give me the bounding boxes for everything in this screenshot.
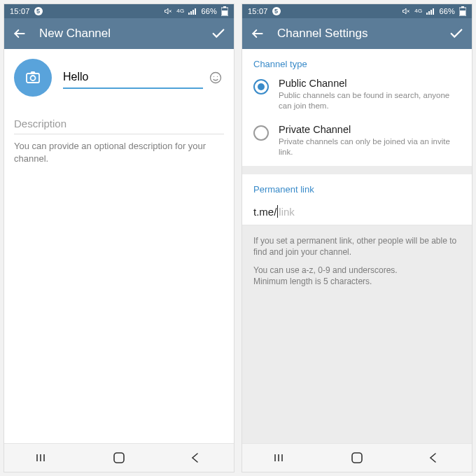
text-cursor bbox=[277, 205, 278, 218]
link-help-text: If you set a permanent link, other peopl… bbox=[242, 225, 472, 443]
android-navbar bbox=[4, 443, 234, 472]
svg-rect-22 bbox=[460, 10, 465, 15]
page-title: Channel Settings bbox=[277, 27, 437, 41]
option-public-channel[interactable]: Public Channel Public channels can be fo… bbox=[242, 74, 472, 120]
phone-channel-settings: 15:07 5 4G 66% Channel Setti bbox=[242, 4, 472, 472]
back-button[interactable] bbox=[249, 25, 266, 42]
svg-rect-1 bbox=[190, 11, 192, 15]
svg-rect-16 bbox=[426, 13, 428, 15]
svg-rect-3 bbox=[195, 8, 196, 15]
page-title: New Channel bbox=[39, 27, 199, 41]
link-prefix: t.me/ bbox=[253, 206, 276, 218]
channel-type-section: Channel type Public Channel Public chann… bbox=[242, 49, 472, 166]
option-hint: Private channels can only be joined via … bbox=[279, 136, 461, 158]
emoji-button[interactable] bbox=[207, 69, 224, 86]
battery-icon bbox=[221, 6, 228, 16]
nav-back-button[interactable] bbox=[412, 452, 454, 463]
notif-count-badge: 5 bbox=[272, 7, 281, 15]
recents-button[interactable] bbox=[260, 453, 302, 463]
option-label: Private Channel bbox=[279, 124, 461, 135]
radio-unselected-icon bbox=[253, 125, 269, 141]
svg-rect-6 bbox=[222, 10, 227, 15]
signal-icon bbox=[188, 8, 197, 15]
permanent-link-input[interactable]: t.me/ link bbox=[242, 199, 472, 225]
status-time: 15:07 bbox=[248, 7, 268, 15]
status-time: 15:07 bbox=[10, 7, 30, 15]
description-hint: You can provide an optional description … bbox=[14, 134, 224, 170]
svg-point-9 bbox=[211, 73, 221, 83]
confirm-button[interactable] bbox=[210, 25, 227, 42]
nav-back-button[interactable] bbox=[174, 452, 216, 463]
confirm-button[interactable] bbox=[448, 25, 465, 42]
svg-point-8 bbox=[31, 76, 36, 80]
link-help-line: You can use a-z, 0-9 and underscores. bbox=[253, 265, 398, 275]
app-bar: New Channel bbox=[4, 18, 234, 49]
link-placeholder: link bbox=[279, 206, 295, 218]
status-bar: 15:07 5 4G 66% bbox=[4, 4, 234, 18]
svg-rect-7 bbox=[27, 74, 39, 83]
svg-rect-19 bbox=[433, 8, 434, 15]
recents-button[interactable] bbox=[22, 453, 64, 463]
network-type: 4G bbox=[176, 8, 184, 14]
svg-rect-18 bbox=[430, 10, 432, 15]
section-title-link: Permanent link bbox=[242, 174, 472, 199]
android-navbar bbox=[242, 443, 472, 472]
svg-rect-2 bbox=[192, 10, 194, 15]
radio-selected-icon bbox=[253, 79, 269, 94]
svg-rect-26 bbox=[352, 453, 362, 463]
svg-rect-0 bbox=[188, 13, 190, 15]
phone-new-channel: 15:07 5 4G 66% bbox=[4, 4, 234, 472]
status-bar: 15:07 5 4G 66% bbox=[242, 4, 472, 18]
mute-icon bbox=[402, 7, 410, 15]
mute-icon bbox=[164, 7, 172, 15]
svg-point-11 bbox=[217, 76, 218, 77]
battery-text: 66% bbox=[439, 7, 455, 15]
link-help-line: Minimum length is 5 characters. bbox=[253, 276, 372, 286]
channel-photo-button[interactable] bbox=[14, 59, 52, 97]
home-button[interactable] bbox=[336, 451, 378, 464]
back-button[interactable] bbox=[11, 25, 28, 42]
home-button[interactable] bbox=[98, 451, 140, 464]
section-title-type: Channel type bbox=[242, 49, 472, 74]
notif-count-badge: 5 bbox=[34, 7, 43, 15]
svg-rect-15 bbox=[114, 453, 124, 463]
network-type: 4G bbox=[414, 8, 422, 14]
svg-rect-17 bbox=[428, 11, 430, 15]
option-private-channel[interactable]: Private Channel Private channels can onl… bbox=[242, 120, 472, 166]
app-bar: Channel Settings bbox=[242, 18, 472, 49]
description-field[interactable]: Description bbox=[14, 118, 224, 134]
option-hint: Public channels can be found in search, … bbox=[279, 90, 461, 111]
battery-text: 66% bbox=[201, 7, 217, 15]
channel-name-input[interactable] bbox=[63, 66, 203, 89]
signal-icon bbox=[426, 8, 435, 15]
camera-icon bbox=[24, 69, 41, 88]
option-label: Public Channel bbox=[279, 78, 461, 89]
permanent-link-section: Permanent link t.me/ link bbox=[242, 174, 472, 225]
svg-point-10 bbox=[214, 76, 214, 77]
battery-icon bbox=[459, 6, 466, 16]
link-help-line: If you set a permanent link, other peopl… bbox=[253, 235, 461, 258]
